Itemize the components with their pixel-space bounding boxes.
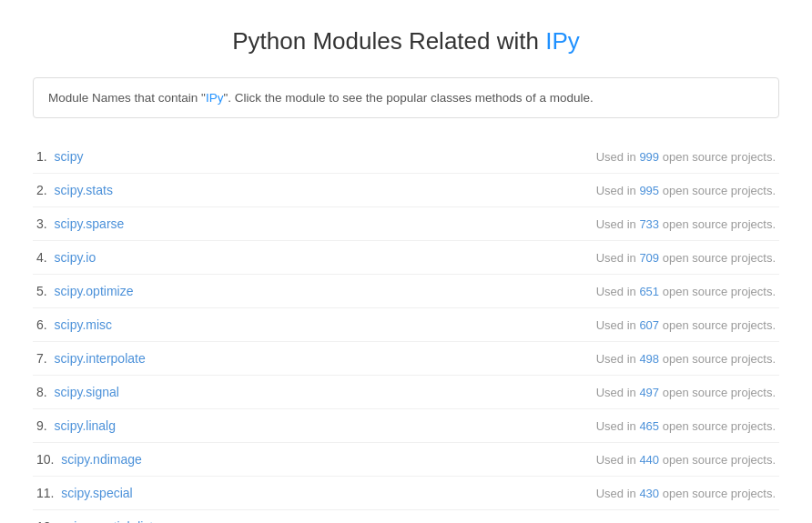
list-item: 6. scipy.miscUsed in 607 open source pro… [33,308,779,342]
module-rank: 11. [36,486,57,500]
module-name: 5. scipy.optimize [36,284,133,298]
module-name: 1. scipy [36,149,83,164]
list-item: 9. scipy.linalgUsed in 465 open source p… [33,409,779,443]
title-highlight: IPy [545,27,580,55]
module-link[interactable]: scipy.linalg [55,418,116,433]
module-link[interactable]: scipy.io [55,250,96,265]
usage-info: Used in 498 open source projects. [596,352,776,366]
module-name: 11. scipy.special [36,486,133,500]
module-name: 12. scipy.spatial.distance [36,519,181,523]
module-link[interactable]: scipy.stats [55,183,113,197]
usage-info: Used in 651 open source projects. [596,285,776,298]
usage-info: Used in 995 open source projects. [596,184,776,197]
module-rank: 8. [36,385,51,399]
module-rank: 2. [36,183,51,197]
usage-count: 497 [639,386,659,399]
module-rank: 1. [36,149,51,164]
info-text-after: ". Click the module to see the popular c… [223,91,593,105]
list-item: 3. scipy.sparseUsed in 733 open source p… [33,207,779,241]
usage-info: Used in 733 open source projects. [596,217,776,231]
module-rank: 4. [36,250,51,265]
module-link[interactable]: scipy.misc [55,317,113,332]
module-name: 10. scipy.ndimage [36,452,142,467]
module-rank: 12. [36,519,57,523]
module-name: 9. scipy.linalg [36,418,116,433]
usage-count: 430 [639,487,659,500]
list-item: 8. scipy.signalUsed in 497 open source p… [33,376,779,409]
usage-info: Used in 430 open source projects. [596,487,776,500]
usage-info: Used in 607 open source projects. [596,318,776,332]
module-rank: 3. [36,216,51,231]
usage-count: 440 [639,453,659,467]
usage-count: 421 [639,520,659,524]
info-box: Module Names that contain "IPy". Click t… [33,77,779,118]
module-rank: 7. [36,351,51,366]
module-name: 7. scipy.interpolate [36,351,146,366]
usage-info: Used in 999 open source projects. [596,150,776,164]
module-list: 1. scipyUsed in 999 open source projects… [33,140,779,523]
list-item: 12. scipy.spatial.distanceUsed in 421 op… [33,510,779,523]
module-name: 2. scipy.stats [36,183,113,197]
module-rank: 6. [36,317,51,332]
module-name: 8. scipy.signal [36,385,119,399]
usage-info: Used in 421 open source projects. [596,520,776,524]
module-link[interactable]: scipy.interpolate [55,351,146,366]
usage-count: 607 [639,318,659,332]
usage-count: 995 [639,184,659,197]
title-prefix: Python Modules Related with [232,27,545,55]
usage-count: 999 [639,150,659,164]
usage-count: 498 [639,352,659,366]
module-link[interactable]: scipy.signal [55,385,119,399]
info-highlight: IPy [206,91,224,105]
module-rank: 5. [36,284,51,298]
usage-info: Used in 465 open source projects. [596,419,776,433]
usage-info: Used in 440 open source projects. [596,453,776,467]
page-title: Python Modules Related with IPy [33,27,779,55]
list-item: 5. scipy.optimizeUsed in 651 open source… [33,275,779,308]
usage-count: 465 [639,419,659,433]
module-rank: 9. [36,418,51,433]
list-item: 2. scipy.statsUsed in 995 open source pr… [33,174,779,207]
module-name: 3. scipy.sparse [36,216,124,231]
module-link[interactable]: scipy.ndimage [61,452,141,467]
usage-info: Used in 709 open source projects. [596,251,776,265]
page-wrapper: Python Modules Related with IPy Module N… [15,0,797,523]
list-item: 10. scipy.ndimageUsed in 440 open source… [33,443,779,477]
module-link[interactable]: scipy [55,149,84,164]
module-name: 6. scipy.misc [36,317,112,332]
list-item: 4. scipy.ioUsed in 709 open source proje… [33,241,779,275]
module-link[interactable]: scipy.optimize [55,284,134,298]
module-link[interactable]: scipy.spatial.distance [61,519,180,523]
list-item: 1. scipyUsed in 999 open source projects… [33,140,779,174]
module-link[interactable]: scipy.sparse [55,216,125,231]
list-item: 7. scipy.interpolateUsed in 498 open sou… [33,342,779,376]
info-text-before: Module Names that contain " [48,91,206,105]
usage-info: Used in 497 open source projects. [596,386,776,399]
usage-count: 709 [639,251,659,265]
usage-count: 733 [639,217,659,231]
module-link[interactable]: scipy.special [61,486,132,500]
usage-count: 651 [639,285,659,298]
module-name: 4. scipy.io [36,250,96,265]
list-item: 11. scipy.specialUsed in 430 open source… [33,477,779,510]
module-rank: 10. [36,452,57,467]
